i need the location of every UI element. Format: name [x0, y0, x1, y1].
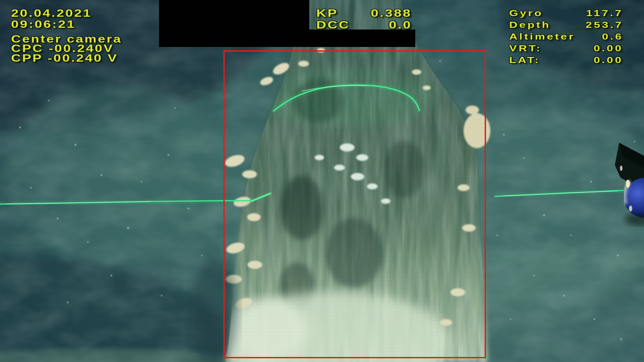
- osd-cpp-voltage: CPP -00.240 V: [11, 52, 118, 64]
- redaction-bar-lower: [159, 29, 415, 47]
- kp-row: KP 0.388: [316, 7, 412, 19]
- lat-label: LAT:: [509, 55, 540, 65]
- dcc-row: DCC 0.0: [316, 19, 412, 31]
- altimeter-row: Altimeter 0.6: [509, 32, 623, 43]
- vrt-label: VRT:: [509, 43, 542, 54]
- vrt-value: 0.00: [594, 43, 623, 54]
- kp-panel: KP 0.388 DCC 0.0: [316, 7, 412, 31]
- video-frame: 20.04.2021 09:06:21 Center camera CPC -0…: [0, 0, 644, 362]
- osd-time: 09:06:21: [11, 18, 76, 31]
- dcc-label: DCC: [316, 19, 350, 31]
- kp-value: 0.388: [371, 7, 412, 19]
- altimeter-label: Altimeter: [509, 32, 575, 42]
- vrt-row: VRT: 0.00: [509, 43, 623, 55]
- osd-date: 20.04.2021: [11, 7, 92, 19]
- lat-value: 0.00: [594, 55, 623, 65]
- depth-value: 253.7: [586, 20, 623, 30]
- gyro-label: Gyro: [509, 8, 543, 18]
- nav-panel: Gyro 117.7 Depth 253.7 Altimeter 0.6 VRT…: [509, 8, 623, 67]
- lat-row: LAT: 0.00: [509, 55, 623, 67]
- pipe-shadow-left: [191, 256, 237, 362]
- depth-row: Depth 253.7: [509, 20, 623, 32]
- altimeter-value: 0.6: [602, 32, 623, 42]
- depth-label: Depth: [509, 20, 551, 30]
- dcc-value: 0.0: [389, 19, 412, 31]
- gyro-row: Gyro 117.7: [509, 8, 623, 20]
- redaction-bar-upper: [159, 0, 309, 29]
- kp-label: KP: [316, 7, 338, 19]
- gyro-value: 117.7: [586, 8, 623, 18]
